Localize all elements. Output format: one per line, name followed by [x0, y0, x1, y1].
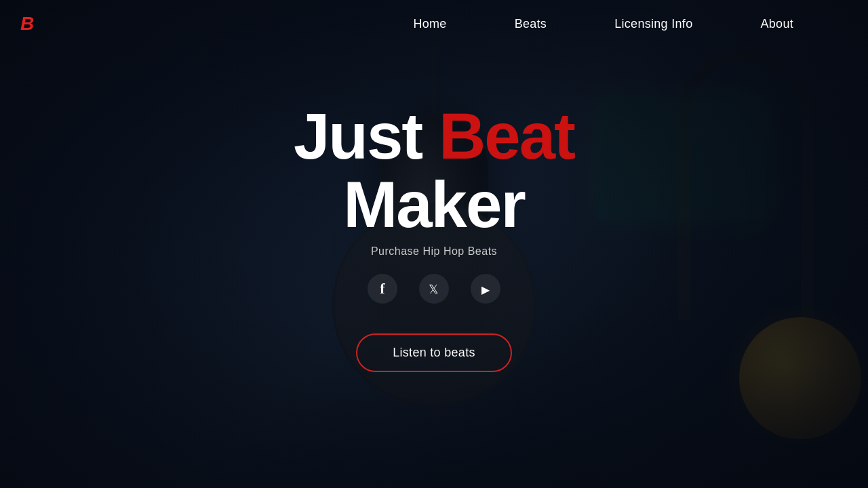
- nav-links: Home Beats Licensing Info About: [413, 17, 793, 31]
- twitter-link[interactable]: [419, 274, 449, 304]
- twitter-icon: [429, 280, 439, 298]
- navbar: B Home Beats Licensing Info About: [0, 0, 868, 47]
- hero-title-part2: Maker: [343, 168, 525, 241]
- hero-title: Just Beat Maker: [294, 102, 574, 239]
- nav-about[interactable]: About: [760, 17, 793, 30]
- facebook-icon: [380, 280, 384, 298]
- hero-title-accent: Beat: [439, 100, 574, 172]
- hero-content: Just Beat Maker Purchase Hip Hop Beats L…: [294, 102, 574, 373]
- nav-home[interactable]: Home: [413, 17, 446, 30]
- hero-subtitle: Purchase Hip Hop Beats: [371, 245, 497, 258]
- facebook-link[interactable]: [368, 274, 397, 304]
- youtube-link[interactable]: [471, 274, 500, 304]
- hero-title-part1: Just: [294, 100, 439, 172]
- youtube-icon: [481, 280, 490, 298]
- logo[interactable]: B: [20, 14, 34, 33]
- listen-to-beats-button[interactable]: Listen to beats: [356, 333, 512, 372]
- nav-beats[interactable]: Beats: [515, 17, 547, 30]
- nav-licensing[interactable]: Licensing Info: [614, 17, 692, 30]
- social-icons-group: [368, 274, 500, 304]
- hero-section: B Home Beats Licensing Info About Just B…: [0, 0, 868, 488]
